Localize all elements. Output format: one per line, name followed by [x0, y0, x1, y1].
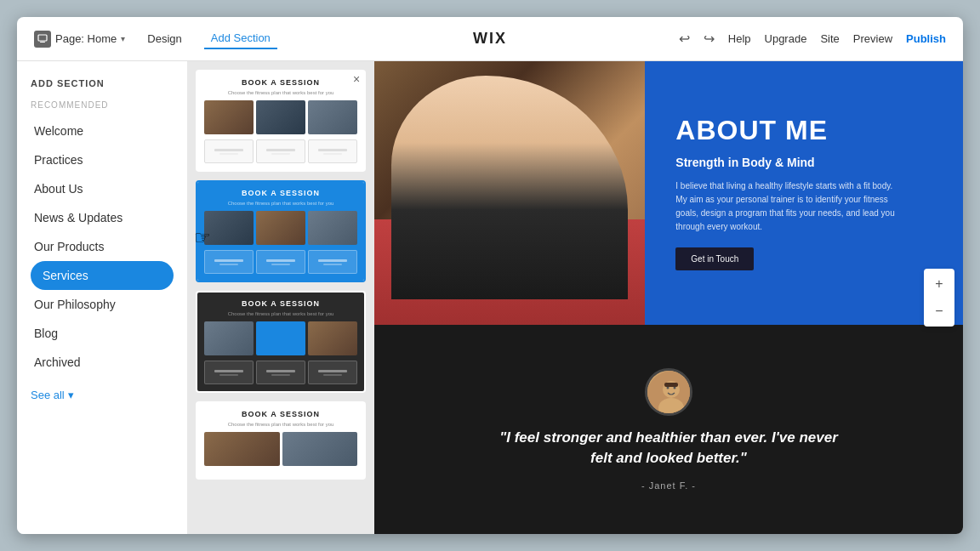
site-nav[interactable]: Site: [820, 32, 839, 45]
template-img-6: [308, 211, 357, 245]
page-icon: [34, 31, 51, 48]
publish-button[interactable]: Publish: [906, 32, 946, 45]
sidebar-title: ADD SECTION: [31, 78, 174, 88]
sidebar-item-about-us[interactable]: About Us: [31, 174, 174, 203]
person-silhouette: [391, 76, 628, 300]
testimonial-quote: "I feel stronger and healthier than ever…: [490, 428, 847, 469]
template-img-5: [256, 211, 305, 245]
template-card-4[interactable]: BOOK A SESSION Choose the fitness plan t…: [196, 401, 366, 480]
template-4-subtext: Choose the fitness plan that works best …: [204, 422, 357, 427]
about-subtitle: Strength in Body & Mind: [675, 156, 932, 169]
avatar-face: [647, 371, 690, 413]
sidebar-item-archived[interactable]: Archived: [31, 348, 174, 377]
template-img-7: [204, 321, 254, 355]
mini-card-1: [204, 139, 254, 163]
template-img-1: [204, 100, 254, 134]
sidebar-item-practices[interactable]: Practices: [31, 145, 174, 174]
mini-card-6: [308, 250, 357, 274]
template-3-subtext: Choose the fitness plan that works best …: [204, 311, 357, 316]
testimonial-avatar: [645, 368, 692, 416]
mini-card-9: [308, 361, 357, 384]
svg-rect-7: [664, 383, 678, 387]
template-card-2[interactable]: BOOK A SESSION Choose the fitness plan t…: [196, 180, 366, 282]
svg-rect-1: [40, 42, 45, 43]
add-section-nav[interactable]: Add Section: [204, 28, 277, 49]
redo-icon[interactable]: ↪: [704, 31, 715, 47]
chevron-down-icon[interactable]: ▾: [121, 34, 125, 43]
template-img-9: [308, 321, 357, 355]
template-img-10: [204, 432, 280, 466]
sidebar-item-services[interactable]: Services: [31, 261, 174, 290]
template-img-8: [256, 321, 305, 355]
template-img-3: [308, 100, 357, 134]
mini-card-3: [308, 139, 357, 163]
template-1-header: BOOK A SESSION: [204, 78, 357, 87]
template-3-cards: [204, 361, 357, 384]
sidebar-item-welcome[interactable]: Welcome: [31, 116, 174, 145]
about-title: ABOUT ME: [675, 116, 932, 145]
template-2-images: [204, 211, 357, 245]
template-4-header: BOOK A SESSION: [204, 410, 357, 418]
about-photo: [374, 61, 645, 325]
zoom-controls: + −: [924, 269, 954, 327]
brand-logo: WIX: [473, 30, 507, 48]
template-panel: × BOOK A SESSION Choose the fitness plan…: [187, 61, 374, 534]
close-button[interactable]: ×: [347, 70, 366, 88]
mini-card-8: [256, 361, 305, 384]
sidebar-item-our-products[interactable]: Our Products: [31, 232, 174, 261]
preview-nav[interactable]: Preview: [853, 32, 892, 45]
about-body: I believe that living a healthy lifestyl…: [675, 179, 897, 234]
template-3-images: [204, 321, 357, 355]
template-1-cards: [204, 139, 357, 163]
about-blue-panel: ABOUT ME Strength in Body & Mind I belie…: [645, 61, 963, 325]
zoom-out-button[interactable]: −: [927, 299, 951, 323]
get-in-touch-button[interactable]: Get in Touch: [675, 247, 754, 270]
main-area: ADD SECTION RECOMMENDED Welcome Practice…: [17, 61, 963, 534]
template-img-4: [204, 211, 254, 245]
see-all-button[interactable]: See all ▾: [31, 389, 174, 401]
mini-card-4: [204, 250, 254, 274]
sidebar-item-blog[interactable]: Blog: [31, 319, 174, 348]
left-sidebar: ADD SECTION RECOMMENDED Welcome Practice…: [17, 61, 187, 534]
zoom-in-button[interactable]: +: [927, 272, 951, 296]
testimonial-author: - Janet F. -: [641, 480, 696, 491]
sidebar-section-label: RECOMMENDED: [31, 100, 174, 110]
page-label: Page: Home: [55, 32, 117, 45]
template-1-images: [204, 100, 357, 134]
top-bar-right: ↩ ↪ Help Upgrade Site Preview Publish: [507, 31, 946, 47]
template-1-subtext: Choose the fitness plan that works best …: [204, 90, 357, 95]
design-nav[interactable]: Design: [140, 29, 188, 48]
template-2-header: BOOK A SESSION: [204, 189, 357, 197]
template-4-images: [204, 432, 357, 466]
svg-rect-0: [38, 35, 47, 41]
help-nav[interactable]: Help: [728, 32, 751, 45]
page-selector[interactable]: Page: Home ▾: [34, 31, 125, 48]
undo-icon[interactable]: ↩: [679, 31, 690, 47]
upgrade-nav[interactable]: Upgrade: [765, 32, 807, 45]
mini-card-5: [256, 250, 305, 274]
about-section: ABOUT ME Strength in Body & Mind I belie…: [374, 61, 963, 325]
template-card-1[interactable]: BOOK A SESSION Choose the fitness plan t…: [196, 70, 366, 172]
chevron-down-icon: ▾: [68, 389, 74, 401]
mini-card-2: [256, 139, 305, 163]
template-2-cards: [204, 250, 357, 274]
testimonial-section: "I feel stronger and healthier than ever…: [374, 325, 963, 534]
template-card-3[interactable]: BOOK A SESSION Choose the fitness plan t…: [196, 291, 366, 393]
template-2-subtext: Choose the fitness plan that works best …: [204, 201, 357, 206]
top-bar-left: Page: Home ▾ Design Add Section: [34, 28, 473, 49]
mini-card-7: [204, 361, 254, 384]
template-3-header: BOOK A SESSION: [204, 299, 357, 308]
template-img-2: [256, 100, 305, 134]
top-bar: Page: Home ▾ Design Add Section WIX ↩ ↪ …: [17, 17, 963, 61]
sidebar-item-news-updates[interactable]: News & Updates: [31, 203, 174, 232]
website-canvas: ABOUT ME Strength in Body & Mind I belie…: [374, 61, 963, 534]
template-img-11: [282, 432, 358, 466]
sidebar-item-our-philosophy[interactable]: Our Philosophy: [31, 290, 174, 319]
browser-window: Page: Home ▾ Design Add Section WIX ↩ ↪ …: [17, 17, 963, 534]
